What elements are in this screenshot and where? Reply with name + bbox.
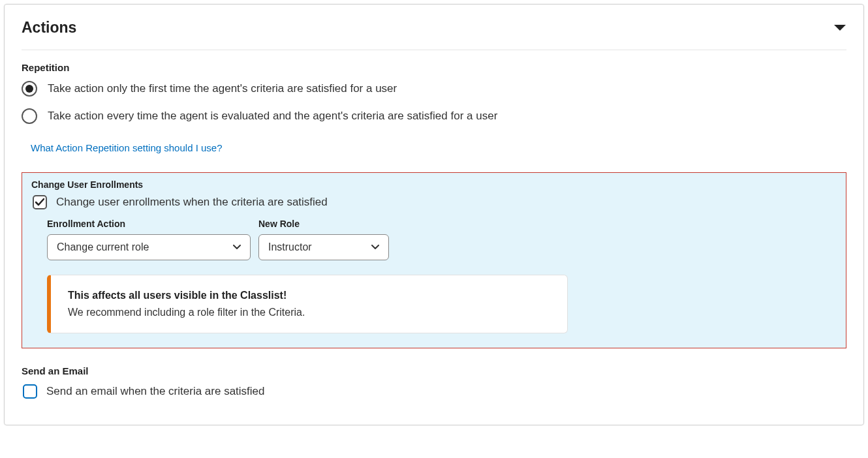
actions-panel: Actions Repetition Take action only the … [4,4,864,425]
panel-title: Actions [22,19,76,37]
enrollment-dropdowns: Enrollment Action Change current role Ne… [47,219,837,260]
checkbox[interactable] [23,384,37,399]
change-enrollments-checkbox-row[interactable]: Change user enrollments when the criteri… [33,195,837,209]
radio-button[interactable] [22,108,37,124]
change-enrollments-section: Change User Enrollments Change user enro… [22,172,846,348]
checkbox-label: Send an email when the criteria are sati… [46,385,265,398]
email-label: Send an Email [22,365,846,376]
repetition-option-every-time[interactable]: Take action every time the agent is eval… [22,108,846,124]
chevron-down-icon [371,245,379,250]
enrollment-action-field: Enrollment Action Change current role [47,219,251,260]
checkbox-label: Change user enrollments when the criteri… [56,196,328,209]
new-role-field: New Role Instructor [258,219,389,260]
checkbox[interactable] [33,195,47,209]
repetition-label: Repetition [22,62,846,73]
repetition-section: Repetition Take action only the first ti… [22,62,846,154]
enrollment-warning-alert: This affects all users visible in the Cl… [47,275,568,333]
new-role-label: New Role [258,219,389,229]
select-value: Instructor [268,241,312,253]
enrollment-action-select[interactable]: Change current role [47,234,251,260]
send-email-section: Send an Email Send an email when the cri… [22,365,846,399]
alert-title: This affects all users visible in the Cl… [68,290,550,301]
send-email-checkbox-row[interactable]: Send an email when the criteria are sati… [23,384,846,399]
enrollments-label: Change User Enrollments [31,179,837,190]
collapse-toggle[interactable] [833,24,846,32]
chevron-down-icon [233,245,241,250]
chevron-down-icon [833,24,846,32]
repetition-option-first-time[interactable]: Take action only the first time the agen… [22,81,846,97]
panel-header: Actions [22,19,846,50]
new-role-select[interactable]: Instructor [258,234,389,260]
repetition-help-link[interactable]: What Action Repetition setting should I … [31,142,223,153]
radio-button[interactable] [22,81,37,97]
radio-label: Take action only the first time the agen… [48,82,397,95]
radio-label: Take action every time the agent is eval… [48,110,497,123]
check-icon [35,198,44,207]
select-value: Change current role [57,241,149,253]
enrollment-action-label: Enrollment Action [47,219,251,229]
alert-body: We recommend including a role filter in … [68,307,550,318]
